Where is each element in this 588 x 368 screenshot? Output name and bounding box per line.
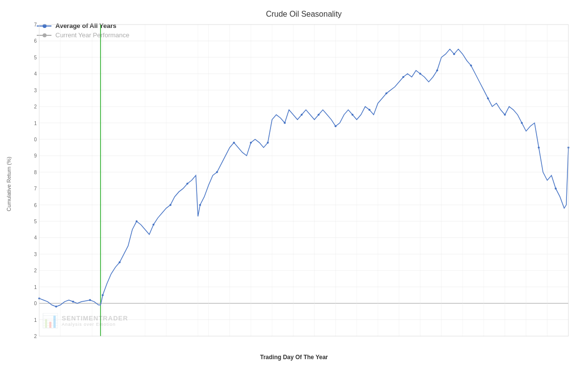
svg-text:12: 12 xyxy=(34,104,37,109)
avg-line xyxy=(39,49,568,307)
data-point xyxy=(436,70,438,72)
watermark-icon: 📊 xyxy=(42,313,59,329)
x-axis-label: Trading Day Of The Year xyxy=(260,354,328,361)
data-point xyxy=(368,109,370,111)
svg-text:7: 7 xyxy=(34,186,37,191)
svg-text:8: 8 xyxy=(34,170,37,175)
data-point xyxy=(402,76,404,78)
data-point xyxy=(470,65,472,67)
data-point xyxy=(233,142,235,144)
data-point xyxy=(538,147,540,149)
svg-text:0: 0 xyxy=(34,301,37,306)
data-point xyxy=(55,306,57,308)
svg-text:4: 4 xyxy=(34,235,37,240)
data-point xyxy=(351,114,353,116)
data-point xyxy=(301,114,303,116)
watermark-text: SENTIMENTRADER Analysis over Emotion xyxy=(62,315,128,327)
data-point xyxy=(335,125,337,127)
svg-text:-1: -1 xyxy=(34,317,37,323)
y-axis-label: Cumulative Return (%) xyxy=(6,157,12,211)
data-point xyxy=(199,204,201,206)
main-chart-svg: -2-1012345678910111213141516170102530506… xyxy=(34,22,573,339)
chart-container: Crude Oil Seasonality Average of All Yea… xyxy=(0,0,588,368)
data-point xyxy=(267,142,269,144)
watermark-subtitle: Analysis over Emotion xyxy=(62,322,128,327)
data-point xyxy=(216,171,218,173)
svg-text:15: 15 xyxy=(34,55,37,60)
data-point xyxy=(318,114,319,116)
data-point xyxy=(186,183,188,184)
data-point xyxy=(487,97,489,99)
svg-text:11: 11 xyxy=(34,121,37,126)
data-point xyxy=(136,220,138,222)
svg-text:16: 16 xyxy=(34,38,37,44)
svg-text:3: 3 xyxy=(34,252,37,257)
svg-text:6: 6 xyxy=(34,203,37,208)
svg-rect-91 xyxy=(39,25,568,336)
data-point xyxy=(385,92,387,94)
data-point xyxy=(521,122,523,124)
svg-text:13: 13 xyxy=(34,88,37,93)
data-point xyxy=(453,53,455,55)
svg-text:17: 17 xyxy=(34,22,37,27)
data-point xyxy=(170,204,172,206)
data-point xyxy=(152,224,154,226)
svg-text:1: 1 xyxy=(34,285,37,290)
svg-text:-2: -2 xyxy=(34,334,37,339)
data-point xyxy=(72,301,74,303)
data-point xyxy=(419,73,421,75)
watermark: 📊 SENTIMENTRADER Analysis over Emotion xyxy=(42,313,128,329)
svg-text:2: 2 xyxy=(34,268,37,273)
data-point xyxy=(504,114,506,116)
chart-title: Crude Oil Seasonality xyxy=(34,10,573,19)
svg-text:5: 5 xyxy=(34,219,37,224)
data-point xyxy=(250,142,252,144)
data-point xyxy=(555,187,557,189)
svg-text:10: 10 xyxy=(34,137,37,142)
data-point xyxy=(89,299,91,301)
data-point xyxy=(102,294,104,296)
data-point xyxy=(119,262,121,263)
svg-text:9: 9 xyxy=(34,153,37,158)
data-point xyxy=(284,122,286,124)
watermark-title: SENTIMENTRADER xyxy=(62,315,128,322)
svg-text:14: 14 xyxy=(34,71,37,77)
